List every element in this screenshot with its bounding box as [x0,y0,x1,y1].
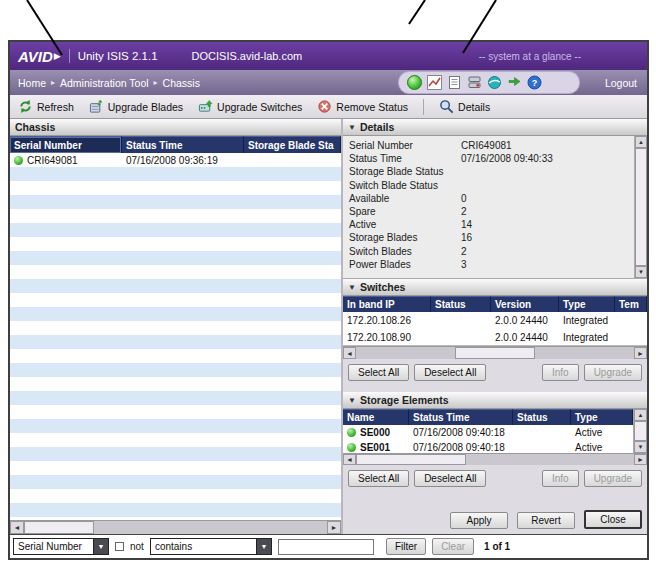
storage-horizontal-scrollbar[interactable]: ◄ ► [343,453,647,465]
revert-button[interactable]: Revert [517,512,575,529]
column-header-status[interactable]: Status [431,296,491,312]
column-header-storage-blade-status[interactable]: Storage Blade Sta [244,136,341,153]
upgrade-switches-button[interactable]: Upgrade Switches [198,99,302,114]
scrollbar-thumb[interactable] [635,148,647,266]
app-window: AVID ▶ Unity ISIS 2.1.1 DOCISIS.avid-lab… [8,40,649,560]
storage-row[interactable]: SE000 07/16/2008 09:40:18 Active [343,425,633,440]
switches-deselect-all-button[interactable]: Deselect All [414,364,486,381]
upgrade-blades-button[interactable]: Upgrade Blades [89,99,183,114]
switches-upgrade-button[interactable]: Upgrade [584,364,642,381]
column-header-type[interactable]: Type [559,296,615,312]
detail-value: 07/16/2008 09:40:33 [461,153,553,164]
performance-chart-icon[interactable] [427,75,442,90]
details-body: Serial NumberCRI649081 Status Time07/16/… [343,136,647,279]
storage-row[interactable]: SE001 07/16/2008 09:40:18 Active [343,440,633,453]
scroll-down-icon[interactable]: ▼ [634,441,647,453]
storage-select-all-button[interactable]: Select All [348,470,409,487]
scrollbar-track[interactable] [356,347,455,359]
scroll-right-icon[interactable]: ► [634,454,647,465]
scroll-left-icon[interactable]: ◄ [343,454,356,465]
hostname-label: DOCISIS.avid-lab.com [192,50,303,62]
detail-label: Power Blades [349,259,461,270]
storage-table-body: SE000 07/16/2008 09:40:18 Active SE001 [343,425,633,453]
storage-upgrade-button[interactable]: Upgrade [584,470,642,487]
transfer-icon[interactable] [507,75,522,90]
switches-section-header[interactable]: ▼ Switches [343,279,647,296]
column-header-status-time[interactable]: Status Time [122,136,244,153]
filter-text-input[interactable] [278,539,374,555]
filter-field-select[interactable]: Serial Number ▼ [13,538,109,555]
scroll-up-icon[interactable]: ▲ [634,409,647,421]
switch-version-cell: 2.0.0 24440 [491,315,559,326]
column-header-status[interactable]: Status [513,409,571,425]
breadcrumb-home[interactable]: Home [18,77,46,89]
column-header-type[interactable]: Type [571,409,633,425]
clear-button[interactable]: Clear [432,538,474,555]
refresh-button[interactable]: Refresh [18,99,74,114]
log-document-icon[interactable] [447,75,462,90]
scrollbar-thumb[interactable] [356,454,466,465]
scroll-left-icon[interactable]: ◄ [10,521,24,534]
scroll-up-icon[interactable]: ▲ [635,136,647,148]
storage-button-row: Select All Deselect All Info Upgrade [343,465,647,491]
storage-status-time-cell: 07/16/2008 09:40:18 [409,427,513,438]
chassis-horizontal-scrollbar[interactable]: ◄ ► [10,520,341,534]
help-icon[interactable]: ? [527,75,542,90]
remove-status-button[interactable]: Remove Status [317,99,408,114]
switch-row[interactable]: 172.20.108.90 2.0.0 24440 Integrated [343,329,647,346]
switch-row[interactable]: 172.20.108.26 2.0.0 24440 Integrated [343,312,647,329]
scrollbar-track[interactable] [466,454,634,465]
close-button[interactable]: Close [584,510,642,529]
scroll-down-icon[interactable]: ▼ [635,266,647,278]
avid-logo-mark-icon: ▶ [54,51,61,61]
column-header-temp[interactable]: Tem [615,296,647,312]
filter-operator-select[interactable]: contains ▼ [150,538,272,555]
chassis-row[interactable]: CRI649081 07/16/2008 09:36:19 [10,153,341,167]
scrollbar-thumb[interactable] [455,347,535,359]
column-header-status-time[interactable]: Status Time [409,409,513,425]
chassis-status-time-cell: 07/16/2008 09:36:19 [122,155,244,166]
breadcrumb-admin-tool[interactable]: Administration Tool [60,77,149,89]
breadcrumb-chassis[interactable]: Chassis [163,77,200,89]
not-checkbox[interactable] [115,542,124,551]
storage-vertical-scrollbar[interactable]: ▲ ▼ [633,409,647,453]
details-section-header[interactable]: ▼ Details [343,119,647,136]
details-vertical-scrollbar[interactable]: ▲ ▼ [634,136,647,278]
switches-select-all-button[interactable]: Select All [348,364,409,381]
scrollbar-thumb[interactable] [24,521,94,534]
switch-type-cell: Integrated [559,332,615,343]
column-header-in-band-ip[interactable]: In band IP [343,296,431,312]
breadcrumb-separator-icon: ▸ [51,78,55,87]
scroll-right-icon[interactable]: ► [327,521,341,534]
storage-info-button[interactable]: Info [542,470,579,487]
collapse-triangle-icon: ▼ [348,396,356,405]
column-header-name[interactable]: Name [343,409,409,425]
scrollbar-thumb[interactable] [634,421,647,441]
titlebar-divider [69,49,70,63]
switches-section-title: Switches [360,281,406,293]
logout-link[interactable]: Logout [605,77,637,89]
storage-deselect-all-button[interactable]: Deselect All [414,470,486,487]
scroll-left-icon[interactable]: ◄ [343,347,356,359]
system-status-led[interactable] [407,75,422,90]
scrollbar-track[interactable] [94,521,327,534]
filter-bar: Serial Number ▼ not contains ▼ Filter Cl… [10,534,647,558]
column-header-version[interactable]: Version [491,296,559,312]
detail-value: 16 [461,232,472,243]
scroll-right-icon[interactable]: ► [634,347,647,359]
network-globe-icon[interactable] [487,75,502,90]
detail-value: 3 [461,259,467,270]
switches-horizontal-scrollbar[interactable]: ◄ ► [343,346,647,359]
storage-server-icon[interactable] [467,75,482,90]
details-button[interactable]: Details [439,99,490,114]
column-header-serial-number[interactable]: Serial Number [10,136,122,153]
apply-button[interactable]: Apply [450,512,508,529]
scrollbar-track[interactable] [535,347,634,359]
filter-button[interactable]: Filter [386,538,426,555]
detail-value: CRI649081 [461,140,512,151]
breadcrumb-separator-icon: ▸ [154,78,158,87]
detail-label: Status Time [349,153,461,164]
storage-section-header[interactable]: ▼ Storage Elements [343,392,647,409]
switches-info-button[interactable]: Info [542,364,579,381]
callout-line-status-led [409,0,425,24]
